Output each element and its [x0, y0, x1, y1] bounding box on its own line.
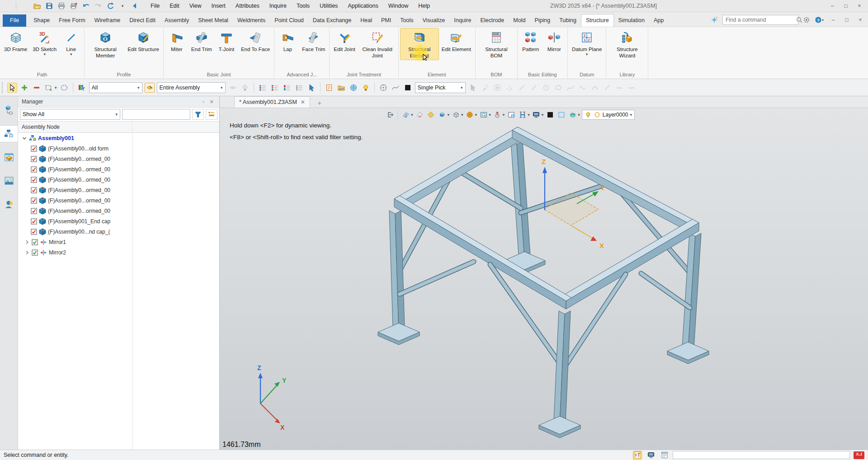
- menu-applications[interactable]: Applications: [343, 1, 383, 11]
- minus-icon[interactable]: [32, 83, 42, 93]
- wave-icon[interactable]: [578, 83, 588, 93]
- layers-icon[interactable]: [568, 110, 577, 120]
- gem-icon[interactable]: [426, 110, 436, 120]
- lap-button[interactable]: Lap: [276, 28, 299, 53]
- edit-element-button[interactable]: Edit Element: [439, 28, 474, 53]
- line1-icon[interactable]: [529, 83, 539, 93]
- wheel-icon[interactable]: [465, 110, 475, 120]
- minimize-icon[interactable]: –: [826, 2, 838, 10]
- visibility-checkbox[interactable]: [32, 239, 38, 245]
- blacksq-icon[interactable]: [403, 83, 413, 93]
- line-button[interactable]: Line▾: [59, 28, 83, 57]
- tree-node[interactable]: (F)Assembly0...ormed_00: [18, 185, 219, 195]
- menu-help[interactable]: Help: [413, 1, 435, 11]
- end-trim-button[interactable]: End Trim: [189, 28, 215, 53]
- tab-weldments[interactable]: Weldments: [233, 14, 270, 27]
- circledot-icon[interactable]: [541, 83, 551, 93]
- globeimg-icon[interactable]: [349, 83, 359, 93]
- visibility-checkbox[interactable]: [31, 187, 37, 193]
- menu-window[interactable]: Window: [383, 1, 413, 11]
- visibility-checkbox[interactable]: [31, 229, 37, 235]
- visibility-checkbox[interactable]: [31, 177, 37, 183]
- arc-icon[interactable]: [590, 83, 600, 93]
- refresh-icon[interactable]: [106, 1, 115, 10]
- visibility-checkbox[interactable]: [32, 249, 38, 256]
- hsection-icon[interactable]: [518, 110, 527, 120]
- clip-icon[interactable]: [145, 83, 155, 93]
- tab-assembly[interactable]: Assembly: [160, 14, 193, 27]
- tab-app[interactable]: App: [649, 14, 668, 27]
- maximize-icon[interactable]: □: [840, 2, 852, 10]
- command-search[interactable]: [722, 15, 798, 25]
- doc-minimize-icon[interactable]: –: [827, 16, 839, 23]
- tab-simulation[interactable]: Simulation: [614, 14, 649, 27]
- bars4-icon[interactable]: [294, 83, 304, 93]
- manager-dock-icon[interactable]: ▫: [199, 99, 208, 105]
- bluesq-icon[interactable]: [557, 110, 566, 120]
- monitor-icon[interactable]: [532, 110, 541, 120]
- curve-icon[interactable]: [391, 83, 401, 93]
- expander-icon[interactable]: [24, 250, 30, 255]
- document-tab[interactable]: * Assembly001.Z3ASM ✕: [234, 96, 310, 108]
- edit-joint-button[interactable]: Edit Joint: [331, 28, 358, 53]
- print-plus-icon[interactable]: [69, 1, 78, 10]
- tree-node-root[interactable]: Assembly001: [18, 133, 219, 143]
- manager-close-icon[interactable]: ✕: [208, 99, 216, 105]
- menu-tools[interactable]: Tools: [292, 1, 315, 11]
- print-icon[interactable]: [57, 1, 66, 10]
- side-tab-hierarchy[interactable]: [0, 125, 18, 142]
- tree-node[interactable]: (F)Assembly001_End cap: [18, 216, 219, 226]
- menu-file[interactable]: File: [146, 1, 165, 11]
- edit-structure-button[interactable]: Edit Structure: [125, 28, 162, 53]
- tree-filter-dropdown[interactable]: Show All▾: [20, 109, 120, 120]
- lasso-icon[interactable]: [59, 83, 69, 93]
- toolbar-grip[interactable]: [2, 82, 4, 93]
- tab-sheet-metal[interactable]: Sheet Metal: [193, 14, 233, 27]
- tree-node[interactable]: (F)Assembly0...ormed_00: [18, 206, 219, 216]
- cubeblue-icon[interactable]: [438, 110, 447, 120]
- tab-close-icon[interactable]: ✕: [301, 99, 305, 105]
- frame-structure[interactable]: Z Y X Z Y X: [220, 108, 868, 450]
- compass-icon[interactable]: [378, 83, 388, 93]
- tab-pmi[interactable]: PMI: [377, 14, 396, 27]
- monitor2-icon[interactable]: [646, 451, 656, 460]
- miter-button[interactable]: Miter: [165, 28, 189, 53]
- tree-node[interactable]: (F)Assembly0...ormed_00: [18, 195, 219, 206]
- visibility-checkbox[interactable]: [31, 156, 37, 162]
- side-tab-user[interactable]: [1, 196, 17, 213]
- lamp-icon[interactable]: [240, 83, 250, 93]
- arrowblue-icon[interactable]: [307, 83, 316, 93]
- tab-piping[interactable]: Piping: [530, 14, 555, 27]
- tree-node[interactable]: (F)Assembly00...old form: [18, 143, 219, 154]
- structure-wizard-button[interactable]: Structure Wizard: [608, 28, 646, 60]
- visibility-checkbox[interactable]: [31, 218, 37, 225]
- filter-icon[interactable]: [77, 83, 87, 93]
- line1-icon[interactable]: [602, 83, 612, 93]
- tab-mold[interactable]: Mold: [509, 14, 530, 27]
- tab-shape[interactable]: Shape: [29, 14, 54, 27]
- spline-icon[interactable]: [566, 83, 576, 93]
- side-tab-render-image[interactable]: [1, 172, 17, 189]
- tab-tubing[interactable]: Tubing: [555, 14, 581, 27]
- tab-visualize[interactable]: Visualize: [418, 14, 449, 27]
- magbox-icon[interactable]: [479, 110, 488, 120]
- command-search-input[interactable]: [726, 17, 796, 23]
- eraser-icon[interactable]: [415, 110, 425, 120]
- 3d-sketch-button[interactable]: 3D3D Sketch▾: [30, 28, 59, 57]
- filter-list-icon[interactable]: [206, 109, 217, 120]
- marquee-icon[interactable]: [44, 83, 54, 93]
- tab-point-cloud[interactable]: Point Cloud: [270, 14, 308, 27]
- dots-icon[interactable]: [505, 83, 514, 93]
- new-file-icon[interactable]: [20, 1, 29, 10]
- tree-node[interactable]: Mirror2: [18, 247, 219, 258]
- doc-close-icon[interactable]: ×: [854, 16, 866, 23]
- filter-funnel-icon[interactable]: [192, 109, 204, 120]
- tab-wireframe[interactable]: Wireframe: [90, 14, 125, 27]
- antenna-icon[interactable]: [493, 110, 502, 120]
- tab-electrode[interactable]: Electrode: [476, 14, 509, 27]
- expander-icon[interactable]: [22, 136, 27, 141]
- bird-icon[interactable]: [614, 83, 624, 93]
- lamp-icon[interactable]: [361, 83, 371, 93]
- tab-file[interactable]: File: [3, 14, 26, 27]
- bars3-icon[interactable]: [282, 83, 292, 93]
